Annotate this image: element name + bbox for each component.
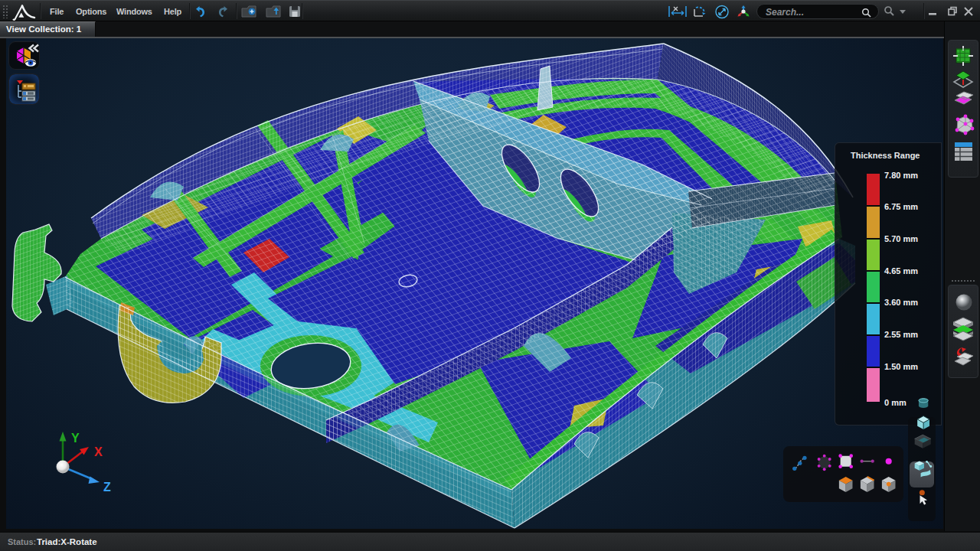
svg-text:Y: Y	[71, 432, 80, 445]
svg-text:Z: Z	[103, 481, 111, 494]
svg-text:X: X	[94, 445, 103, 458]
